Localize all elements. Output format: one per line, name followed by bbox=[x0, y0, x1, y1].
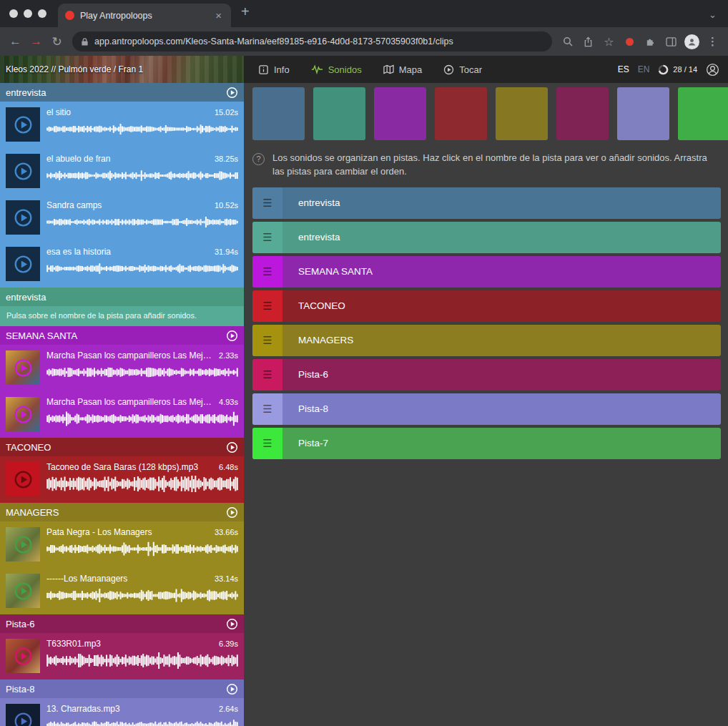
record-dot bbox=[626, 38, 634, 46]
drag-handle-icon[interactable]: ☰ bbox=[252, 256, 282, 288]
clip-item[interactable]: ------Los Mananagers33.14s bbox=[0, 568, 244, 614]
track-section-header[interactable]: Pista-8 bbox=[0, 680, 244, 698]
track-row[interactable]: ☰TACONEO bbox=[252, 290, 721, 322]
clip-play-button[interactable] bbox=[6, 574, 40, 608]
play-all-icon[interactable] bbox=[226, 618, 238, 630]
track-section-header[interactable]: entrevista bbox=[0, 288, 244, 306]
clip-duration: 10.52s bbox=[215, 201, 238, 210]
clip-play-button[interactable] bbox=[6, 350, 40, 385]
drag-handle-icon[interactable]: ☰ bbox=[252, 393, 282, 425]
track-section-header[interactable]: MANAGERS bbox=[0, 503, 244, 521]
track-row[interactable]: ☰entrevista bbox=[252, 187, 721, 219]
play-all-icon[interactable] bbox=[226, 87, 238, 99]
clip-title: ------Los Mananagers bbox=[46, 574, 210, 584]
forward-button[interactable]: → bbox=[26, 32, 46, 51]
window-close-button[interactable] bbox=[9, 9, 18, 18]
play-all-icon[interactable] bbox=[226, 683, 238, 695]
drag-handle-icon[interactable]: ☰ bbox=[252, 290, 282, 322]
tab-close-icon[interactable]: × bbox=[213, 9, 224, 22]
main-panel: ? Los sonidos se organizan en pistas. Ha… bbox=[244, 83, 728, 726]
project-banner-image[interactable]: Kleos 2022 // Pulmón verde / Fran 1 bbox=[0, 56, 244, 83]
clip-play-button[interactable] bbox=[6, 200, 40, 235]
back-button[interactable]: ← bbox=[6, 32, 25, 51]
clip-item[interactable]: el abuelo de fran38.25s bbox=[0, 148, 244, 195]
clip-play-button[interactable] bbox=[6, 247, 40, 281]
recording-extension-icon[interactable] bbox=[620, 32, 639, 51]
browser-menu-icon[interactable]: ⋮ bbox=[703, 32, 722, 51]
track-row[interactable]: ☰entrevista bbox=[252, 222, 721, 253]
drag-handle-icon[interactable]: ☰ bbox=[252, 325, 282, 356]
tab-info[interactable]: Info bbox=[258, 64, 290, 75]
clip-play-button[interactable] bbox=[6, 639, 40, 673]
clip-title: 13. Charradas.mp3 bbox=[46, 704, 215, 714]
clip-play-button[interactable] bbox=[6, 462, 40, 496]
lang-es-button[interactable]: ES bbox=[618, 64, 629, 74]
waveform bbox=[46, 652, 238, 669]
header-right: ES EN 28 / 14 bbox=[618, 56, 728, 83]
zoom-icon[interactable] bbox=[558, 32, 577, 51]
waveform bbox=[46, 363, 238, 381]
board-tile[interactable] bbox=[496, 87, 548, 140]
tab-search-icon[interactable]: ⌄ bbox=[709, 9, 717, 20]
track-section-header[interactable]: TACONEO bbox=[0, 438, 244, 456]
clip-play-button[interactable] bbox=[6, 527, 40, 561]
clip-item[interactable]: el sitio15.02s bbox=[0, 102, 244, 148]
track-section-header[interactable]: SEMANA SANTA bbox=[0, 326, 244, 345]
tab-sonidos[interactable]: Sonidos bbox=[311, 64, 362, 75]
play-all-icon[interactable] bbox=[226, 441, 238, 453]
tab-mapa[interactable]: Mapa bbox=[383, 64, 423, 75]
clip-duration: 2.64s bbox=[219, 705, 238, 713]
drag-handle-icon[interactable]: ☰ bbox=[252, 428, 282, 459]
board-tile[interactable] bbox=[678, 87, 728, 140]
window-minimize-button[interactable] bbox=[24, 9, 32, 18]
clip-item[interactable]: esa es la historia31.94s bbox=[0, 241, 244, 288]
window-controls bbox=[0, 9, 58, 18]
drag-handle-icon[interactable]: ☰ bbox=[252, 222, 282, 253]
clip-play-button[interactable] bbox=[6, 107, 40, 142]
clip-item[interactable]: Marcha Pasan los campanilleros Las Mejor… bbox=[0, 391, 244, 438]
play-all-icon[interactable] bbox=[226, 506, 238, 519]
clip-item[interactable]: T633R01.mp36.39s bbox=[0, 633, 244, 680]
board-tile[interactable] bbox=[556, 87, 609, 140]
tab-tocar[interactable]: Tocar bbox=[443, 64, 482, 75]
board-tile[interactable] bbox=[313, 87, 365, 140]
clip-item[interactable]: Marcha Pasan los campanilleros Las Mejor… bbox=[0, 345, 244, 391]
clip-play-button[interactable] bbox=[6, 704, 40, 726]
account-icon[interactable] bbox=[706, 63, 719, 77]
lang-en-button[interactable]: EN bbox=[638, 64, 650, 74]
play-all-icon[interactable] bbox=[226, 330, 238, 342]
track-row[interactable]: ☰Pista-6 bbox=[252, 359, 721, 391]
clip-item[interactable]: Pata Negra - Los Managers33.66s bbox=[0, 521, 244, 568]
clip-item[interactable]: Sandra camps10.52s bbox=[0, 195, 244, 241]
profile-avatar[interactable] bbox=[682, 32, 702, 51]
drag-handle-icon[interactable]: ☰ bbox=[252, 187, 282, 219]
track-section-header[interactable]: entrevista bbox=[0, 83, 244, 102]
share-icon[interactable] bbox=[579, 32, 598, 51]
board-tile[interactable] bbox=[252, 87, 305, 140]
extensions-puzzle-icon[interactable] bbox=[641, 32, 660, 51]
clip-item[interactable]: 13. Charradas.mp32.64s bbox=[0, 698, 244, 726]
clip-play-button[interactable] bbox=[6, 397, 40, 431]
browser-tab[interactable]: Play Antropoloops × bbox=[58, 4, 231, 27]
bookmark-star-icon[interactable]: ☆ bbox=[599, 32, 619, 51]
clip-title: Marcha Pasan los campanilleros Las Mejor… bbox=[46, 397, 215, 407]
clip-title-row: T633R01.mp36.39s bbox=[46, 639, 238, 649]
board-tile[interactable] bbox=[435, 87, 487, 140]
reload-button[interactable]: ↻ bbox=[47, 32, 67, 51]
track-section-header[interactable]: Pista-6 bbox=[0, 614, 244, 633]
clip-play-button[interactable] bbox=[6, 154, 40, 188]
clip-item[interactable]: Taconeo de Sara Baras (128 kbps).mp36.48… bbox=[0, 456, 244, 503]
track-row[interactable]: ☰Pista-8 bbox=[252, 393, 721, 425]
track-note: Pulsa sobre el nombre de la pista para a… bbox=[0, 306, 244, 326]
track-row[interactable]: ☰MANAGERS bbox=[252, 325, 721, 356]
side-panel-icon[interactable] bbox=[661, 32, 681, 51]
clip-info: esa es la historia31.94s bbox=[46, 247, 238, 288]
board-tile[interactable] bbox=[374, 87, 426, 140]
window-zoom-button[interactable] bbox=[38, 9, 46, 18]
track-row[interactable]: ☰SEMANA SANTA bbox=[252, 256, 721, 288]
board-tile[interactable] bbox=[617, 87, 669, 140]
new-tab-button[interactable]: + bbox=[241, 4, 250, 20]
address-bar[interactable]: app.antropoloops.com/Kleos-Santa-Marina/… bbox=[72, 31, 552, 51]
drag-handle-icon[interactable]: ☰ bbox=[252, 359, 282, 391]
track-row[interactable]: ☰Pista-7 bbox=[252, 428, 721, 459]
